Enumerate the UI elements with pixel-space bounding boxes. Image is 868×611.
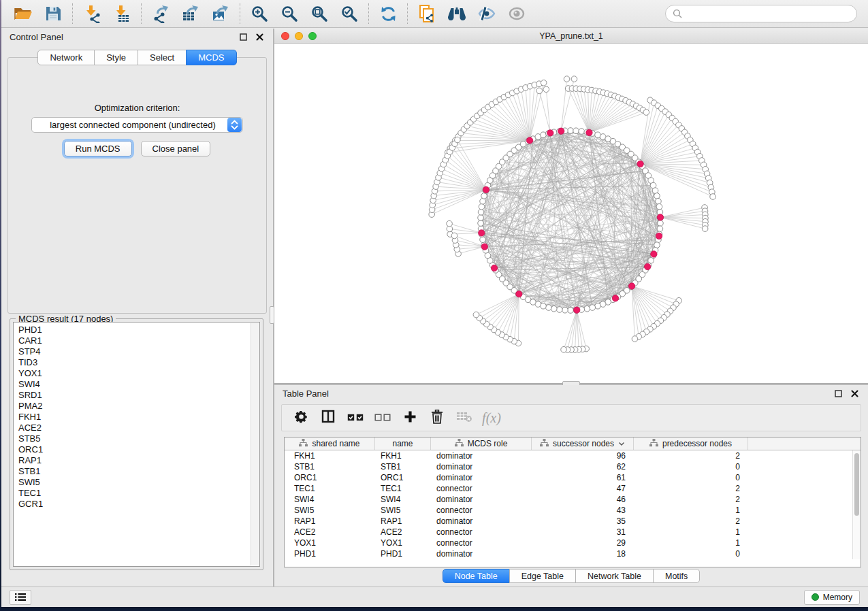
table-row[interactable]: SWI4SWI4dominator462 (285, 494, 861, 505)
delete-column-button[interactable] (425, 407, 449, 429)
run-mcds-button[interactable]: Run MCDS (64, 141, 132, 156)
graph-node[interactable] (702, 226, 708, 232)
node-table[interactable]: shared namenameMCDS rolesuccessor nodesp… (284, 437, 861, 567)
zoom-selected-button[interactable] (334, 2, 364, 25)
graph-hub-node[interactable] (628, 283, 634, 289)
tab-node-table[interactable]: Node Table (443, 569, 510, 583)
graph-hub-node[interactable] (656, 233, 662, 239)
graph-node[interactable] (657, 226, 663, 232)
splitter-grip[interactable] (270, 306, 274, 324)
mcds-result-item[interactable]: CAR1 (18, 335, 259, 346)
graph-node[interactable] (551, 306, 557, 312)
graph-node[interactable] (478, 210, 484, 216)
close-panel-icon[interactable] (254, 32, 265, 42)
table-row[interactable]: ORC1ORC1dominator610 (285, 472, 861, 483)
graph-node[interactable] (590, 305, 596, 311)
table-row[interactable]: PHD1PHD1dominator180 (285, 548, 861, 559)
graph-node[interactable] (579, 129, 585, 135)
graph-node[interactable] (568, 308, 574, 314)
graph-node[interactable] (479, 203, 485, 210)
table-row[interactable]: YOX1YOX1connector291 (285, 538, 861, 548)
table-row[interactable]: RAP1RAP1dominator352 (285, 516, 861, 527)
export-table-button[interactable] (176, 2, 206, 25)
graph-node[interactable] (546, 305, 552, 311)
graph-node[interactable] (447, 220, 453, 227)
mcds-result-item[interactable]: RAP1 (18, 455, 259, 466)
graph-node[interactable] (451, 233, 457, 239)
graph-node[interactable] (568, 128, 574, 134)
search-network-button[interactable] (442, 2, 472, 25)
graph-node[interactable] (571, 76, 577, 82)
graph-node[interactable] (595, 303, 601, 309)
mcds-list-scrollbar[interactable] (251, 323, 259, 565)
graph-node[interactable] (562, 307, 568, 313)
search-input[interactable] (682, 9, 850, 18)
column-header-successor-nodes[interactable]: successor nodes (532, 437, 634, 450)
graph-hub-node[interactable] (644, 263, 650, 269)
save-session-button[interactable] (38, 2, 68, 25)
graph-hub-node[interactable] (516, 291, 522, 297)
mcds-result-item[interactable]: ORC1 (18, 444, 259, 455)
export-network-button[interactable] (146, 2, 176, 25)
graph-hub-node[interactable] (574, 307, 580, 313)
mcds-result-item[interactable]: STB5 (18, 433, 259, 444)
graph-hub-node[interactable] (547, 130, 553, 136)
search-box[interactable] (665, 5, 857, 22)
column-header-MCDS-role[interactable]: MCDS role (431, 437, 532, 450)
export-image-button[interactable] (206, 2, 236, 25)
graph-node[interactable] (536, 88, 543, 94)
show-hidden-button[interactable] (502, 2, 532, 25)
mcds-result-item[interactable]: FKH1 (18, 412, 259, 423)
table-row[interactable]: ACE2ACE2connector311 (285, 527, 861, 538)
mcds-result-item[interactable]: TEC1 (18, 488, 259, 499)
graph-node[interactable] (478, 215, 484, 221)
tab-network[interactable]: Network (37, 50, 95, 65)
graph-node[interactable] (564, 76, 570, 82)
graph-hub-node[interactable] (586, 129, 592, 135)
network-canvas[interactable] (274, 44, 868, 383)
float-panel-icon[interactable] (238, 32, 248, 42)
graph-node[interactable] (658, 220, 664, 227)
import-network-button[interactable] (77, 2, 107, 25)
graph-hub-node[interactable] (479, 230, 485, 236)
tab-network-table[interactable]: Network Table (575, 569, 654, 583)
graph-node[interactable] (473, 312, 479, 318)
graph-node[interactable] (543, 86, 549, 93)
graph-node[interactable] (541, 80, 547, 86)
graph-node[interactable] (561, 346, 567, 352)
graph-node[interactable] (541, 132, 547, 138)
graph-hub-node[interactable] (651, 251, 657, 257)
graph-hub-node[interactable] (637, 161, 643, 167)
tab-motifs[interactable]: Motifs (653, 569, 700, 583)
zoom-out-button[interactable] (274, 2, 304, 25)
float-panel-icon[interactable] (833, 389, 843, 398)
mcds-result-item[interactable]: GCR1 (18, 499, 259, 510)
mcds-result-item[interactable]: STP4 (18, 346, 259, 357)
table-row[interactable]: TEC1TEC1connector472 (285, 483, 861, 494)
open-file-button[interactable] (8, 2, 38, 25)
show-columns-button[interactable] (316, 407, 340, 429)
graph-hub-node[interactable] (657, 214, 663, 220)
scrollbar-thumb[interactable] (854, 453, 859, 516)
mcds-result-item[interactable]: ACE2 (18, 423, 259, 433)
tab-mcds[interactable]: MCDS (186, 50, 236, 65)
graph-node[interactable] (584, 306, 590, 312)
graph-node[interactable] (480, 198, 486, 204)
mcds-result-item[interactable]: PHD1 (18, 325, 259, 335)
column-header-name[interactable]: name (375, 437, 431, 450)
graph-node[interactable] (643, 110, 649, 116)
mcds-result-item[interactable]: SRD1 (18, 390, 259, 401)
graph-hub-node[interactable] (491, 265, 497, 271)
graph-node[interactable] (632, 336, 638, 342)
graph-node[interactable] (656, 203, 662, 210)
zoom-fit-button[interactable] (304, 2, 334, 25)
tab-style[interactable]: Style (94, 50, 138, 65)
graph-hub-node[interactable] (481, 244, 487, 250)
hide-selected-button[interactable] (472, 2, 502, 25)
close-panel-button[interactable]: Close panel (141, 141, 211, 156)
mcds-result-item[interactable]: STB1 (18, 466, 259, 477)
memory-button[interactable]: Memory (804, 590, 860, 605)
tab-select[interactable]: Select (138, 50, 187, 65)
graph-node[interactable] (455, 137, 461, 143)
graph-node[interactable] (556, 307, 562, 313)
